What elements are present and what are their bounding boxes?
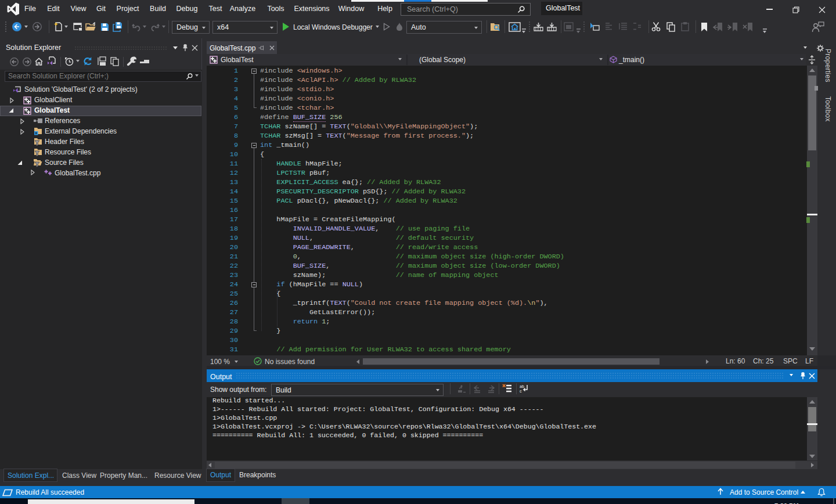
svg-text:ab: ab [520, 384, 524, 388]
svg-text:c: c [520, 389, 522, 393]
